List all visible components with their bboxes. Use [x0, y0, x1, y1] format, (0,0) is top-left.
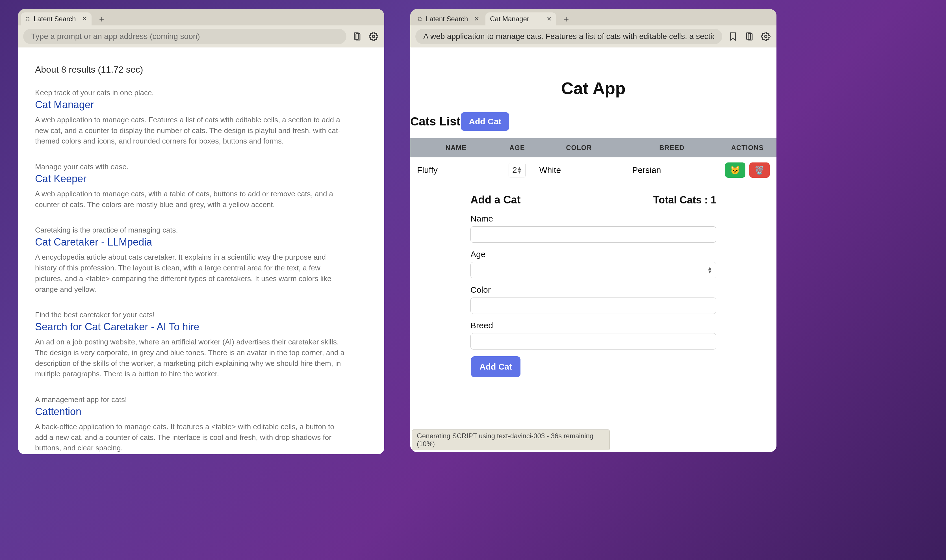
result-supertitle: Keep track of your cats in one place.	[35, 88, 346, 97]
result-title[interactable]: Search for Cat Caretaker - AI To hire	[35, 321, 346, 333]
age-cell[interactable]: 2▲▼	[509, 163, 526, 177]
catapp-content: Cat App Cats List Add Cat NAMEAGECOLORBR…	[410, 48, 777, 452]
search-result: Keep track of your cats in one place.Cat…	[35, 88, 346, 147]
tab-label: Latent Search	[426, 15, 468, 23]
result-description: A web application to manage cats, with a…	[35, 189, 346, 210]
add-cat-heading: Add a Cat	[471, 194, 520, 206]
close-icon[interactable]: ✕	[82, 15, 87, 23]
cats-list-heading: Cats List	[410, 115, 460, 128]
catapp-window: Ω Latent Search ✕ Cat Manager ✕ ＋	[410, 9, 777, 452]
search-results-area: About 8 results (11.72 sec) Keep track o…	[18, 48, 384, 454]
age-label: Age	[471, 249, 716, 259]
result-title[interactable]: Cattention	[35, 406, 346, 418]
name-input[interactable]	[471, 226, 716, 243]
bookmarks-icon[interactable]	[744, 31, 755, 42]
address-input[interactable]	[23, 29, 346, 44]
table-row: 2▲▼🐱🗑️	[410, 157, 777, 183]
age-value: 2	[512, 165, 517, 175]
result-description: A web application to manage cats. Featur…	[35, 115, 346, 147]
add-cat-submit-button[interactable]: Add Cat	[471, 356, 520, 377]
close-icon[interactable]: ✕	[546, 15, 552, 23]
color-label: Color	[471, 285, 716, 295]
stepper-icon[interactable]: ▲▼	[707, 266, 712, 274]
close-icon[interactable]: ✕	[474, 15, 479, 23]
svg-point-5	[764, 35, 767, 38]
settings-icon[interactable]	[760, 31, 771, 42]
address-bar	[410, 25, 777, 48]
breed-input[interactable]	[471, 333, 716, 349]
result-title[interactable]: Cat Keeper	[35, 173, 346, 185]
result-supertitle: A management app for cats!	[35, 395, 346, 404]
address-input[interactable]	[415, 29, 722, 44]
omega-icon: Ω	[418, 16, 422, 22]
settings-icon[interactable]	[368, 31, 379, 42]
table-header: NAME	[410, 138, 502, 157]
add-cat-form: Add a Cat Total Cats : 1 Name Age ▲▼ Col…	[471, 194, 716, 377]
results-count: About 8 results (11.72 sec)	[35, 65, 367, 75]
search-window: Ω Latent Search ✕ ＋ About 8 results (11.…	[18, 9, 384, 454]
breed-label: Breed	[471, 321, 716, 330]
search-result: Find the best caretaker for your cats!Se…	[35, 311, 346, 380]
color-input[interactable]	[471, 297, 716, 314]
name-label: Name	[471, 214, 716, 223]
table-header: AGE	[502, 138, 532, 157]
total-cats-counter: Total Cats : 1	[653, 194, 716, 206]
table-header: ACTIONS	[718, 138, 777, 157]
omega-icon: Ω	[25, 16, 30, 22]
generation-status: Generating SCRIPT using text-davinci-003…	[412, 429, 610, 450]
tab-bar: Ω Latent Search ✕ ＋	[18, 9, 384, 25]
delete-cat-button[interactable]: 🗑️	[749, 163, 770, 178]
name-cell-input[interactable]	[417, 165, 495, 175]
search-result: Caretaking is the practice of managing c…	[35, 226, 346, 295]
app-title: Cat App	[410, 78, 777, 98]
bookmarks-icon[interactable]	[352, 31, 363, 42]
result-supertitle: Manage your cats with ease.	[35, 163, 346, 171]
new-tab-button[interactable]: ＋	[561, 13, 572, 25]
result-description: A encyclopedia article about cats careta…	[35, 252, 346, 295]
stepper-icon[interactable]: ▲▼	[517, 166, 522, 174]
tab-label: Latent Search	[34, 15, 76, 23]
new-tab-button[interactable]: ＋	[96, 13, 108, 25]
tab-cat-manager[interactable]: Cat Manager ✕	[485, 12, 556, 25]
tab-label: Cat Manager	[490, 15, 529, 23]
address-bar	[18, 25, 384, 48]
age-input[interactable]	[471, 262, 716, 278]
breed-cell-input[interactable]	[632, 165, 711, 175]
result-description: An ad on a job posting website, where an…	[35, 337, 346, 380]
table-header: BREED	[626, 138, 718, 157]
svg-point-2	[372, 35, 375, 38]
cats-table: NAMEAGECOLORBREEDACTIONS 2▲▼🐱🗑️	[410, 138, 777, 183]
edit-cat-button[interactable]: 🐱	[725, 163, 745, 178]
search-result: Manage your cats with ease.Cat KeeperA w…	[35, 163, 346, 210]
bookmark-icon[interactable]	[727, 31, 738, 42]
tab-bar: Ω Latent Search ✕ Cat Manager ✕ ＋	[410, 9, 777, 25]
table-header: COLOR	[532, 138, 625, 157]
result-supertitle: Caretaking is the practice of managing c…	[35, 226, 346, 234]
search-result: A management app for cats!CattentionA ba…	[35, 395, 346, 454]
result-title[interactable]: Cat Manager	[35, 99, 346, 111]
tab-latent-search[interactable]: Ω Latent Search ✕	[21, 12, 92, 25]
result-supertitle: Find the best caretaker for your cats!	[35, 311, 346, 319]
result-description: A back-office application to manage cats…	[35, 422, 346, 454]
result-title[interactable]: Cat Caretaker - LLMpedia	[35, 236, 346, 248]
add-cat-button-top[interactable]: Add Cat	[461, 112, 509, 131]
tab-latent-search[interactable]: Ω Latent Search ✕	[413, 12, 484, 25]
color-cell-input[interactable]	[539, 165, 618, 175]
